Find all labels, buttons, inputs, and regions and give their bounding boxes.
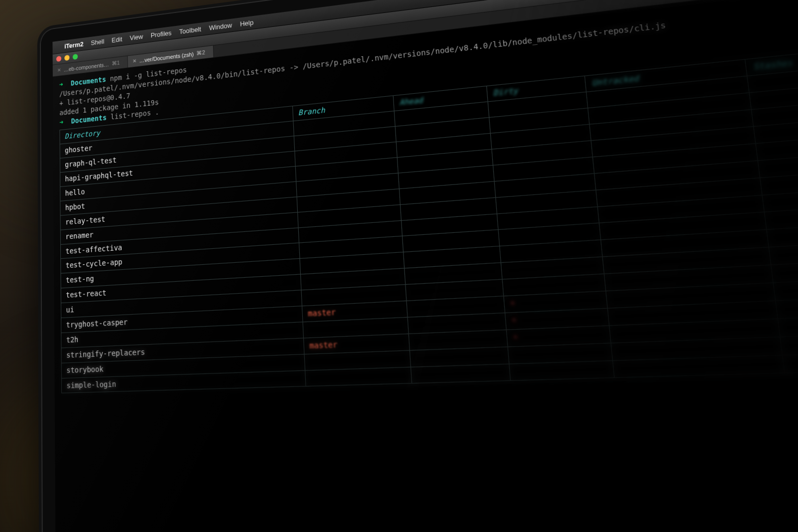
status-cell [778,313,798,337]
terminal-line: ➜ Documents npm i -g list-repos [59,0,798,89]
branch-cell [298,220,402,243]
status-cell [399,181,495,204]
directory-cell: stringify-replacers [61,338,304,363]
status-cell [498,223,601,246]
directory-cell: simple-login [61,370,305,393]
status-cell [401,213,498,236]
directory-cell: hello [60,167,296,201]
table-row: hpbot [60,132,798,215]
table-header: Directory [60,106,293,144]
status-cell [604,265,773,291]
status-cell [394,102,489,126]
status-cell [756,132,798,161]
status-cell [754,114,798,143]
status-cell [400,197,497,220]
table-row: relay-test [60,149,798,230]
status-cell [502,274,606,296]
status-cell [395,118,490,142]
directory-cell: hapi-graphql-test [60,151,295,186]
tab-close-icon[interactable]: ✕ [57,67,61,73]
menu-item-view[interactable]: View [130,33,143,42]
branch-cell [294,142,397,167]
table-row: storybook [61,331,798,378]
branch-cell: master [302,301,407,322]
tab-hotkey: ⌘1 [112,59,120,67]
status-cell [492,141,593,165]
directory-cell: ghoster [60,121,294,159]
branch-cell [296,173,399,197]
directory-cell: storybook [61,354,305,378]
branch-cell [297,189,400,212]
terminal-tab-1[interactable]: ✕ …eb-components… ⌘1 [53,56,128,76]
directory-cell: ui [61,290,302,318]
status-cell [593,144,758,174]
menu-item-edit[interactable]: Edit [112,35,122,44]
status-cell [407,313,506,334]
status-cell [496,190,598,214]
status-cell [762,184,798,212]
directory-cell: test-affectiva [60,227,299,259]
status-cell [499,240,602,263]
terminal-line: ➜ Documents list-repos . [59,17,798,127]
window-titlebar [53,0,798,65]
terminal-tab-2[interactable]: ✕ …ver/Documents (zsh) ⌘2 [128,45,213,67]
branch-cell [304,350,411,370]
zoom-window-button[interactable] [73,54,78,60]
table-row: test-affectiva [60,184,798,259]
status-cell [509,360,614,381]
directory-cell: t2h [61,322,303,348]
status-cell [586,76,749,108]
terminal-line: added 1 package in 1.119s [59,5,798,117]
status-cell [771,257,798,283]
close-window-button[interactable] [56,56,61,62]
branch-cell [300,268,405,290]
status-cell [408,330,508,350]
directory-cell: test-ng [61,259,300,288]
status-cell [612,355,785,378]
table-row: ui [61,257,798,318]
branch-cell [294,127,396,151]
macos-menubar: iTerm2 Shell Edit View Profiles Toolbelt… [52,0,798,54]
directory-cell: renamer [60,212,298,244]
branch-cell [305,367,411,386]
status-cell [396,133,492,157]
table-row: tryghost-caspermaster* [61,275,798,333]
tab-close-icon[interactable]: ✕ [133,58,137,64]
tab-label: …ver/Documents (zsh) [139,51,194,63]
status-cell [594,161,760,190]
status-cell [488,92,588,118]
status-cell [765,202,798,230]
menu-item-profiles[interactable]: Profiles [151,29,172,39]
status-cell [780,331,798,355]
terminal-line: /Users/p.patel/.nvm/versions/node/v8.4.0… [59,0,798,99]
table-row: t2h* [61,294,798,348]
status-cell: * [505,308,609,330]
table-row: ghoster [60,62,798,158]
menu-item-help[interactable]: Help [240,18,254,28]
table-row: hapi-graphql-test [60,97,798,187]
directory-cell: hpbot [60,181,297,215]
table-row: test-cycle-app [61,202,798,273]
status-cell [497,206,599,230]
menu-item-window[interactable]: Window [209,21,232,32]
status-cell [774,275,798,301]
minimize-window-button[interactable] [64,55,69,61]
menu-item-toolbelt[interactable]: Toolbelt [179,25,201,36]
status-cell [590,110,754,141]
status-cell [404,263,502,285]
table-row: renamer [60,167,798,244]
status-cell [591,127,756,157]
tab-hotkey: ⌘2 [197,49,205,57]
terminal-viewport[interactable]: ➜ Documents npm i -g list-repos/Users/p.… [53,0,798,394]
directory-cell: test-cycle-app [61,243,300,274]
table-header: Branch [292,96,394,121]
table-row: test-ng [61,220,798,288]
app-menu[interactable]: iTerm2 [64,40,83,50]
status-cell: * [504,291,607,313]
status-cell [397,149,493,173]
tab-bar: ✕ …eb-components… ⌘1 ✕ …ver/Documents (z… [53,0,798,77]
directory-cell: tryghost-casper [61,306,302,333]
status-cell [749,79,798,110]
menu-item-shell[interactable]: Shell [91,37,104,46]
status-cell [611,337,783,360]
